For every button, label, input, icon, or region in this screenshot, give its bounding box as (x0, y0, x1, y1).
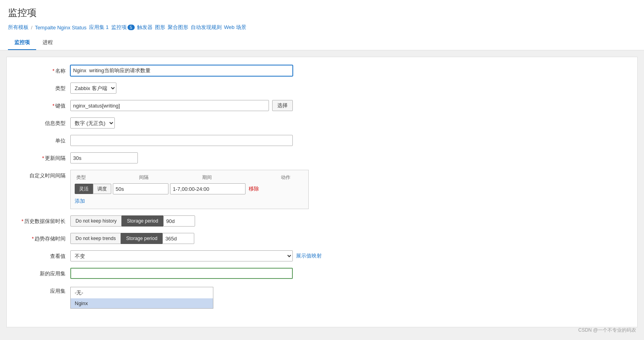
type-select[interactable]: Zabbix 客户端 (70, 83, 116, 94)
breadcrumb-template-name[interactable]: Tempalte Nginx Status (35, 25, 87, 31)
breadcrumb-discovery[interactable]: 自动发现规则 (191, 24, 222, 31)
info-type-select[interactable]: 数字 (无正负) (70, 117, 115, 129)
lookup-input-row: 不变 展示值映射 (70, 250, 325, 261)
breadcrumb-graphs[interactable]: 图形 (155, 24, 165, 31)
app-list-item-nginx[interactable]: Nginx (71, 298, 213, 308)
page-header: 监控项 所有模板 / Tempalte Nginx Status 应用集 1 监… (0, 0, 644, 50)
name-label: *名称 (15, 65, 70, 75)
history-storage-input[interactable] (163, 215, 195, 227)
lookup-mapping-link[interactable]: 展示值映射 (296, 252, 322, 259)
new-appset-control (70, 268, 325, 279)
key-input[interactable] (70, 100, 269, 111)
history-control: Do not keep history Storage period (70, 215, 325, 227)
key-label: *键值 (15, 100, 70, 109)
history-no-keep-btn[interactable]: Do not keep history (70, 215, 122, 227)
period-input[interactable] (170, 183, 246, 194)
interval-block: 类型 间隔 期间 动作 灵活 调度 移除 添加 (70, 170, 309, 209)
lookup-control: 不变 展示值映射 (70, 250, 325, 261)
interval-control (70, 152, 325, 163)
tab-process[interactable]: 进程 (36, 36, 59, 50)
remove-link[interactable]: 移除 (247, 185, 261, 192)
col-interval-header: 间隔 (139, 174, 202, 181)
app-list: -无- Nginx (70, 287, 213, 309)
breadcrumb-triggers[interactable]: 触发器 (137, 24, 153, 31)
unit-row: 单位 (15, 135, 629, 146)
main-content: *名称 类型 Zabbix 客户端 *键值 选择 信息类型 数 (6, 57, 638, 327)
trend-storage-btn[interactable]: Storage period (121, 233, 162, 244)
custom-interval-control: 类型 间隔 期间 动作 灵活 调度 移除 添加 (70, 170, 325, 209)
history-toggle-group: Do not keep history Storage period (70, 215, 325, 227)
type-label: 类型 (15, 83, 70, 92)
interval-row: *更新间隔 (15, 152, 629, 163)
lookup-select[interactable]: 不变 (70, 250, 293, 261)
custom-interval-label: 自定义时间间隔 (15, 170, 70, 179)
unit-control (70, 135, 325, 146)
history-row: *历史数据保留时长 Do not keep history Storage pe… (15, 215, 629, 227)
breadcrumb-separator: / (31, 25, 33, 31)
breadcrumb-aggregate[interactable]: 聚合图形 (168, 24, 188, 31)
interval-label: *更新间隔 (15, 152, 70, 162)
appset-label: 应用集 (15, 285, 70, 295)
custom-interval-row: 自定义时间间隔 类型 间隔 期间 动作 灵活 调度 移除 (15, 170, 629, 209)
col-period-header: 期间 (202, 174, 281, 181)
trend-row: *趋势存储时间 Do not keep trends Storage perio… (15, 233, 629, 244)
name-required-star: * (52, 68, 54, 74)
new-appset-input[interactable] (70, 268, 293, 279)
key-row: *键值 选择 (15, 100, 629, 111)
history-storage-btn[interactable]: Storage period (122, 215, 163, 227)
trend-no-keep-btn[interactable]: Do not keep trends (70, 233, 121, 244)
type-row: 类型 Zabbix 客户端 (15, 83, 629, 94)
type-buttons: 灵活 调度 (75, 184, 111, 194)
breadcrumb-all-templates[interactable]: 所有模板 (8, 24, 29, 31)
new-appset-label: 新的应用集 (15, 268, 70, 277)
interval-input[interactable] (70, 152, 138, 163)
key-required-star: * (52, 103, 54, 109)
items-badge: 5 (128, 25, 135, 30)
lookup-row: 查看值 不变 展示值映射 (15, 250, 629, 261)
unit-input[interactable] (70, 135, 293, 146)
col-action-header: 动作 (281, 174, 304, 181)
interval-data-row: 灵活 调度 移除 (75, 183, 304, 194)
trend-toggle-group: Do not keep trends Storage period (70, 233, 325, 244)
breadcrumb-web[interactable]: Web 场景 (224, 24, 246, 31)
add-link[interactable]: 添加 (75, 198, 85, 204)
type-schedule-btn[interactable]: 调度 (93, 184, 111, 194)
custom-interval-value-input[interactable] (113, 183, 168, 194)
new-appset-row: 新的应用集 (15, 268, 629, 279)
key-control: 选择 (70, 100, 325, 111)
interval-header: 类型 间隔 期间 动作 (75, 174, 304, 181)
trend-label: *趋势存储时间 (15, 233, 70, 242)
appset-control: -无- Nginx (70, 285, 325, 309)
info-type-label: 信息类型 (15, 117, 70, 127)
name-input[interactable] (70, 65, 293, 76)
info-type-row: 信息类型 数字 (无正负) (15, 117, 629, 129)
app-list-item-none[interactable]: -无- (71, 287, 213, 298)
trend-control: Do not keep trends Storage period (70, 233, 325, 244)
unit-label: 单位 (15, 135, 70, 144)
select-button[interactable]: 选择 (272, 100, 293, 111)
type-control: Zabbix 客户端 (70, 83, 325, 94)
page-title: 监控项 (8, 6, 636, 19)
trend-storage-input[interactable] (162, 233, 194, 244)
name-row: *名称 (15, 65, 629, 76)
name-control (70, 65, 325, 76)
nav-tabs: 监控项 进程 (8, 36, 636, 50)
lookup-label: 查看值 (15, 250, 70, 260)
info-type-control: 数字 (无正负) (70, 117, 325, 129)
key-input-row: 选择 (70, 100, 325, 111)
history-label: *历史数据保留时长 (15, 215, 70, 225)
breadcrumb: 所有模板 / Tempalte Nginx Status 应用集 1 监控项5 … (8, 24, 636, 31)
type-flexible-btn[interactable]: 灵活 (75, 184, 93, 194)
tab-items[interactable]: 监控项 (8, 36, 36, 50)
appset-row: 应用集 -无- Nginx (15, 285, 629, 309)
breadcrumb-appset[interactable]: 应用集 1 (89, 24, 109, 31)
breadcrumb-items[interactable]: 监控项5 (111, 24, 135, 31)
watermark: CSDN @一个不专业的码农 (578, 327, 636, 334)
add-row: 添加 (75, 198, 304, 205)
col-type-header: 类型 (76, 174, 139, 181)
